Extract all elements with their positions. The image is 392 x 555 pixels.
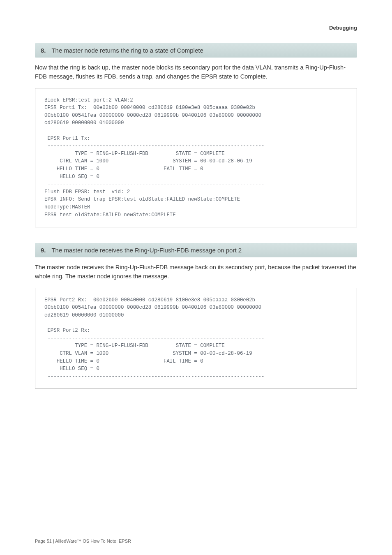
breadcrumb: Debugging [35, 25, 357, 31]
step-9-body: The master node receives the Ring-Up-Flu… [35, 263, 357, 281]
step-9-title: The master node receives the Ring-Up-Flu… [51, 247, 242, 254]
step-8-body: Now that the ring is back up, the master… [35, 63, 357, 81]
step-9-header: 9. The master node receives the Ring-Up-… [35, 243, 357, 257]
step-9-code: EPSR Port2 Rx: 00e02b00 00040000 cd28061… [35, 288, 357, 389]
footer-rule [35, 531, 357, 531]
step-8-num: 8. [41, 47, 46, 54]
page: Debugging 8. The master node returns the… [0, 0, 392, 555]
step-8-title: The master node returns the ring to a st… [51, 47, 203, 54]
page-footer: Page 51 | AlliedWare™ OS How To Note: EP… [35, 539, 131, 543]
step-8-header: 8. The master node returns the ring to a… [35, 43, 357, 58]
step-9-num: 9. [41, 247, 46, 254]
step-8-code: Block EPSR:test port:2 VLAN:2 EPSR Port1… [35, 88, 357, 228]
